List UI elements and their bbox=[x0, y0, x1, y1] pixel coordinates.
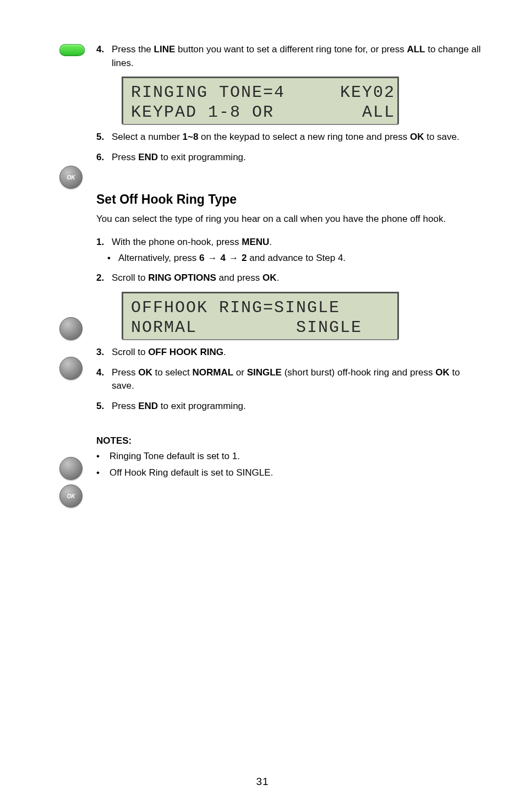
step-number: 1. bbox=[96, 236, 112, 249]
bullet-dot: • bbox=[96, 450, 110, 464]
step-text: Select a number 1~8 on the keypad to sel… bbox=[112, 130, 482, 144]
end-label: END bbox=[138, 401, 158, 411]
step-number: 6. bbox=[96, 151, 112, 165]
ok-button-icon: OK bbox=[59, 166, 83, 189]
s2-step-5: 5. Press END to exit programming. bbox=[96, 400, 482, 413]
arrow-icon: → bbox=[226, 252, 242, 265]
softkey-button-icon bbox=[59, 357, 83, 380]
arrow-icon: → bbox=[205, 252, 221, 265]
lcd-line1: RINGING TONE=4 KEY02 bbox=[131, 83, 395, 102]
step-4: 4. Press the LINE button you want to set… bbox=[96, 43, 482, 70]
lcd-display-ringing-tone: RINGING TONE=4 KEY02 KEYPAD 1-8 OR ALL bbox=[122, 77, 399, 125]
single-label: SINGLE bbox=[247, 367, 282, 378]
note-text: Off Hook Ring default is set to SINGLE. bbox=[110, 466, 273, 480]
ok-label: OK bbox=[435, 367, 450, 378]
step-number: 2. bbox=[96, 271, 112, 285]
offhook-ring-label: OFF HOOK RING bbox=[148, 347, 223, 357]
step-text: With the phone on-hook, press MENU. bbox=[112, 236, 482, 249]
lcd-line2: KEYPAD 1-8 OR ALL bbox=[131, 103, 395, 122]
softkey-button-icon bbox=[59, 457, 83, 480]
bullet-dot: • bbox=[96, 466, 110, 480]
bullet-text: Alternatively, press 6→4→2 and advance t… bbox=[118, 252, 346, 265]
ok-label: OK bbox=[138, 367, 152, 378]
section-intro: You can select the type of ring you hear… bbox=[96, 212, 482, 226]
all-softkey-label: ALL bbox=[407, 44, 425, 55]
step-number: 4. bbox=[96, 43, 112, 57]
content-column: 4. Press the LINE button you want to set… bbox=[96, 43, 482, 480]
ring-options-label: RING OPTIONS bbox=[148, 273, 216, 283]
notes-heading: NOTES: bbox=[96, 435, 482, 446]
lcd-line2: NORMAL SINGLE bbox=[131, 318, 362, 337]
step-5: 5. Select a number 1~8 on the keypad to … bbox=[96, 130, 482, 144]
s2-step-3: 3. Scroll to OFF HOOK RING. bbox=[96, 346, 482, 359]
range-label: 1~8 bbox=[183, 132, 199, 142]
line-button-icon bbox=[59, 44, 85, 56]
note-item: • Ringing Tone default is set to 1. bbox=[96, 450, 482, 464]
step-number: 3. bbox=[96, 346, 112, 359]
note-item: • Off Hook Ring default is set to SINGLE… bbox=[96, 466, 482, 480]
note-text: Ringing Tone default is set to 1. bbox=[110, 450, 240, 464]
normal-label: NORMAL bbox=[192, 367, 233, 378]
step-text: Press the LINE button you want to set a … bbox=[112, 43, 482, 70]
softkey-button-icon bbox=[59, 317, 83, 340]
step-number: 5. bbox=[96, 400, 112, 413]
s2-step-2: 2. Scroll to RING OPTIONS and press OK. bbox=[96, 271, 482, 285]
ok-button-icon: OK bbox=[59, 484, 83, 508]
ok-label: OK bbox=[262, 273, 277, 283]
ok-label: OK bbox=[410, 132, 424, 142]
step-6: 6. Press END to exit programming. bbox=[96, 151, 482, 165]
step-text: Press OK to select NORMAL or SINGLE (sho… bbox=[112, 366, 482, 393]
s2-step-4: 4. Press OK to select NORMAL or SINGLE (… bbox=[96, 366, 482, 393]
step-text: Press END to exit programming. bbox=[112, 400, 482, 413]
lcd-display-offhook: OFFHOOK RING=SINGLE NORMAL SINGLE bbox=[122, 292, 399, 340]
step-number: 4. bbox=[96, 366, 112, 380]
step-text: Scroll to RING OPTIONS and press OK. bbox=[112, 271, 482, 285]
end-label: END bbox=[138, 152, 158, 162]
s2-step-1: 1. With the phone on-hook, press MENU. •… bbox=[96, 236, 482, 265]
lcd-line1: OFFHOOK RING=SINGLE bbox=[131, 298, 340, 317]
page-number: 31 bbox=[0, 776, 525, 788]
substep-bullet: • Alternatively, press 6→4→2 and advance… bbox=[107, 252, 482, 265]
step-text: Scroll to OFF HOOK RING. bbox=[112, 346, 482, 359]
page: OK OK 4. Press the LINE button you want … bbox=[0, 0, 525, 812]
line-label: LINE bbox=[154, 44, 176, 55]
section-heading-offhook: Set Off Hook Ring Type bbox=[96, 192, 482, 207]
step-text: Press END to exit programming. bbox=[112, 151, 482, 165]
bullet-dot: • bbox=[107, 252, 118, 265]
menu-label: MENU bbox=[242, 237, 269, 247]
step-number: 5. bbox=[96, 130, 112, 144]
